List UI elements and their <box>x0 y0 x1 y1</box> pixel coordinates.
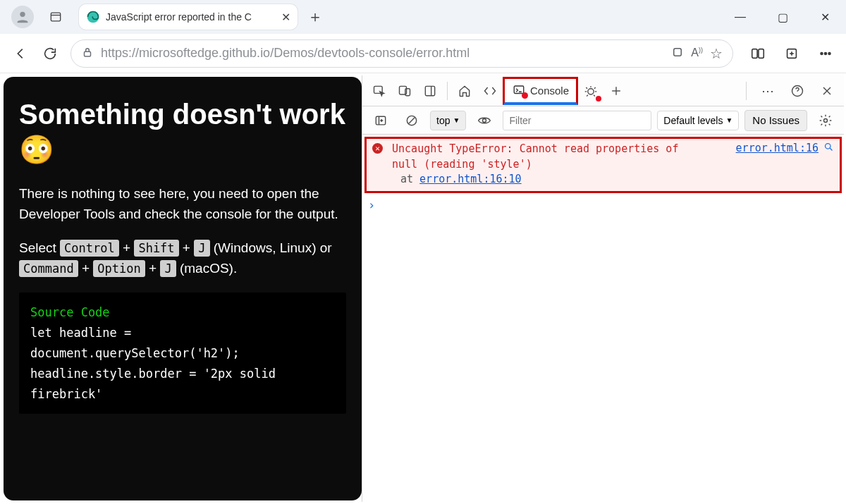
error-message: Uncaught TypeError: Cannot read properti… <box>392 142 695 173</box>
console-tab-label: Console <box>530 85 569 97</box>
source-code-label: Source Code <box>30 302 335 323</box>
split-screen-icon[interactable] <box>743 39 773 68</box>
log-levels-selector[interactable]: Default levels▼ <box>657 111 739 130</box>
page-content: Something doesn't work 😳 There is nothin… <box>4 77 362 500</box>
window-maximize-button[interactable]: ▢ <box>761 0 804 34</box>
svg-line-29 <box>409 117 415 123</box>
device-toolbar-icon[interactable] <box>392 78 417 104</box>
menu-button[interactable] <box>811 39 840 68</box>
search-error-icon[interactable] <box>823 142 834 155</box>
devtools-more-icon[interactable]: ⋯ <box>755 78 780 104</box>
new-tab-button[interactable]: ＋ <box>307 6 323 27</box>
inspect-element-icon[interactable] <box>367 78 392 104</box>
svg-point-0 <box>20 12 25 17</box>
kbd-j: J <box>194 240 209 257</box>
svg-line-33 <box>830 148 832 150</box>
error-icon: ✕ <box>372 143 383 154</box>
collections-icon[interactable] <box>777 39 807 68</box>
more-tabs-icon[interactable] <box>603 78 629 104</box>
browser-tab[interactable]: JavaScript error reported in the C ✕ <box>79 4 298 30</box>
lock-icon <box>81 46 94 61</box>
browser-titlebar: JavaScript error reported in the C ✕ ＋ —… <box>0 0 846 34</box>
stack-link[interactable]: error.html:16:10 <box>419 173 522 185</box>
read-aloud-icon[interactable]: A)) <box>691 47 703 59</box>
console-prompt[interactable]: › <box>362 195 844 215</box>
kbd-command: Command <box>19 260 78 277</box>
app-mode-icon[interactable] <box>671 46 684 61</box>
console-settings-icon[interactable] <box>813 108 838 133</box>
window-minimize-button[interactable]: — <box>719 0 761 34</box>
devtools-panel: Console ⋯ top▼ Default levels▼ No Issues <box>362 75 844 502</box>
svg-rect-7 <box>759 49 764 58</box>
source-code-block: Source Code let headline = document.quer… <box>19 293 346 414</box>
tab-title: JavaScript error reported in the C <box>106 11 276 23</box>
address-bar[interactable]: https://microsoftedge.github.io/Demos/de… <box>70 39 733 68</box>
kbd-shift: Shift <box>134 240 178 257</box>
svg-point-30 <box>483 118 486 122</box>
window-close-button[interactable]: ✕ <box>804 0 846 34</box>
svg-point-20 <box>588 88 594 94</box>
shortcut-instructions: Select Control + Shift + J (Windows, Lin… <box>19 238 346 278</box>
svg-point-31 <box>824 118 828 122</box>
console-filter-bar: top▼ Default levels▼ No Issues <box>362 106 844 135</box>
code-line-2: headline.style.border = '2px solid fireb… <box>30 364 335 405</box>
kbd-j2: J <box>160 260 176 277</box>
code-line-1: let headline = document.querySelector('h… <box>30 323 335 364</box>
tab-overview-button[interactable] <box>44 5 68 29</box>
svg-point-13 <box>828 52 830 54</box>
favorite-icon[interactable]: ☆ <box>710 45 723 62</box>
welcome-tab-icon[interactable] <box>452 78 477 104</box>
console-tab-icon <box>512 84 526 97</box>
svg-point-11 <box>821 52 823 54</box>
kbd-control: Control <box>60 240 119 257</box>
console-error-entry[interactable]: ✕ Uncaught TypeError: Cannot read proper… <box>364 137 842 193</box>
console-sidebar-toggle[interactable] <box>368 108 393 133</box>
svg-rect-6 <box>752 49 757 58</box>
back-button[interactable] <box>6 39 35 68</box>
svg-rect-5 <box>674 48 682 56</box>
elements-tab-icon[interactable] <box>477 78 503 104</box>
profile-avatar[interactable] <box>11 6 34 28</box>
svg-rect-17 <box>425 86 434 95</box>
devtools-close-icon[interactable] <box>814 78 840 104</box>
svg-rect-1 <box>51 13 60 21</box>
devtools-tabstrip: Console ⋯ <box>362 75 844 106</box>
no-issues-badge[interactable]: No Issues <box>744 110 807 131</box>
issues-tab-icon[interactable] <box>578 78 603 104</box>
dock-side-icon[interactable] <box>417 78 443 104</box>
url-text: https://microsoftedge.github.io/Demos/de… <box>101 46 470 61</box>
clear-console-icon[interactable] <box>399 108 424 133</box>
reload-button[interactable] <box>35 39 65 68</box>
tab-close-button[interactable]: ✕ <box>281 11 290 24</box>
kbd-option: Option <box>93 260 145 277</box>
error-stack: at error.html:16:10 <box>400 173 833 185</box>
console-output: ✕ Uncaught TypeError: Cannot read proper… <box>362 135 844 502</box>
error-source-link[interactable]: error.html:16 <box>736 142 819 154</box>
edge-favicon <box>86 10 100 24</box>
browser-toolbar: https://microsoftedge.github.io/Demos/de… <box>0 34 846 73</box>
page-intro: There is nothing to see here, you need t… <box>19 184 346 224</box>
console-filter-input[interactable] <box>503 111 651 130</box>
devtools-help-icon[interactable] <box>785 78 810 104</box>
svg-point-32 <box>826 144 831 149</box>
live-expression-icon[interactable] <box>472 108 497 133</box>
svg-rect-19 <box>514 86 524 94</box>
console-tab[interactable]: Console <box>503 77 578 105</box>
svg-point-12 <box>825 52 827 54</box>
svg-rect-4 <box>85 51 91 56</box>
context-selector[interactable]: top▼ <box>430 111 466 130</box>
page-heading: Something doesn't work 😳 <box>19 97 346 167</box>
